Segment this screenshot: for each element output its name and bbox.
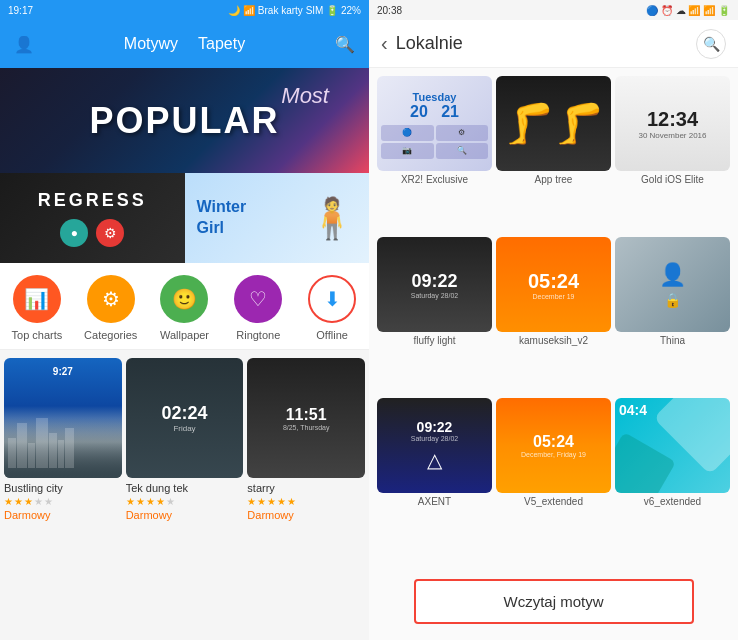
- banner-regress[interactable]: REGRESS ● ⚙: [0, 173, 185, 263]
- offline-label: Offline: [316, 329, 348, 341]
- apptree-name: App tree: [496, 174, 611, 185]
- tab-tapety[interactable]: Tapety: [198, 35, 245, 53]
- hero-banner: Most POPULAR: [0, 68, 369, 173]
- starry-price: Darmowy: [247, 509, 365, 521]
- tab-motywy[interactable]: Motywy: [124, 35, 178, 53]
- theme-item-axent[interactable]: 09:22 Saturday 28/02 △ AXENT: [377, 398, 492, 555]
- status-bar-right: 20:38 🔵 ⏰ ☁ 📶 📶 🔋: [369, 0, 738, 20]
- kamu-name: kamuseksih_v2: [496, 335, 611, 346]
- category-offline[interactable]: ⬇ Offline: [297, 275, 367, 341]
- time-left: 19:17: [8, 5, 33, 16]
- axent-name: AXENT: [377, 496, 492, 507]
- thumb-kamu-right: 05:24 December 19: [496, 237, 611, 332]
- wallpaper-icon: 🙂: [160, 275, 208, 323]
- thumb-tek: 02:24 Friday: [126, 358, 244, 478]
- top-charts-label: Top charts: [12, 329, 63, 341]
- thina-name: Thina: [615, 335, 730, 346]
- teal-icon: ●: [60, 219, 88, 247]
- tek-name: Tek dung tek: [126, 482, 244, 494]
- winter-text: WinterGirl: [197, 197, 247, 239]
- theme-item-v5[interactable]: 05:24 December, Friday 19 V5_extended: [496, 398, 611, 555]
- thumb-thina-right: 👤 🔒: [615, 237, 730, 332]
- city-stars: ★★★★★: [4, 496, 122, 507]
- status-bar-left: 19:17 🌙 📶 Brak karty SIM 🔋 22%: [0, 0, 369, 20]
- tek-price: Darmowy: [126, 509, 244, 521]
- right-nav: ‹ Lokalnie 🔍: [369, 20, 738, 68]
- load-button[interactable]: Wczytaj motyw: [414, 579, 694, 624]
- thumb-goldios-right: 12:34 30 November 2016: [615, 76, 730, 171]
- thumb-axent-right: 09:22 Saturday 28/02 △: [377, 398, 492, 493]
- city-price: Darmowy: [4, 509, 122, 521]
- fluffy-name: fluffy light: [377, 335, 492, 346]
- thumb-v6-right: 04:4: [615, 398, 730, 493]
- category-wallpaper[interactable]: 🙂 Wallpaper: [149, 275, 219, 341]
- theme-item-v6[interactable]: 04:4 v6_extended: [615, 398, 730, 555]
- theme-item-fluffy[interactable]: 09:22 Saturday 28/02 fluffy light: [377, 237, 492, 394]
- city-name: Bustling city: [4, 482, 122, 494]
- v5-name: V5_extended: [496, 496, 611, 507]
- banner-winter[interactable]: WinterGirl 🧍: [185, 173, 370, 263]
- wallpaper-label: Wallpaper: [160, 329, 209, 341]
- ringtone-label: Ringtone: [236, 329, 280, 341]
- search-icon-left[interactable]: 🔍: [335, 35, 355, 54]
- status-icons-right: 🔵 ⏰ ☁ 📶 📶 🔋: [646, 5, 730, 16]
- thumb-v5-right: 05:24 December, Friday 19: [496, 398, 611, 493]
- theme-card-city[interactable]: 9:27 Bustling city ★★★★★ D: [4, 358, 122, 636]
- category-categories[interactable]: ⚙ Categories: [76, 275, 146, 341]
- theme-grid-left: 9:27 Bustling city ★★★★★ D: [0, 350, 369, 640]
- tek-stars: ★★★★★: [126, 496, 244, 507]
- theme-card-tek[interactable]: 02:24 Friday Tek dung tek ★★★★★ Darmowy: [126, 358, 244, 636]
- theme-item-kamu[interactable]: 05:24 December 19 kamuseksih_v2: [496, 237, 611, 394]
- starry-name: starry: [247, 482, 365, 494]
- right-nav-title: Lokalnie: [396, 33, 688, 54]
- winter-figure: 🧍: [307, 195, 357, 242]
- mid-banners: REGRESS ● ⚙ WinterGirl 🧍: [0, 173, 369, 263]
- category-top-charts[interactable]: 📊 Top charts: [2, 275, 72, 341]
- offline-icon: ⬇: [308, 275, 356, 323]
- thumb-fluffy-right: 09:22 Saturday 28/02: [377, 237, 492, 332]
- categories-label: Categories: [84, 329, 137, 341]
- hero-text: POPULAR: [89, 100, 279, 142]
- top-nav-left: 👤 Motywy Tapety 🔍: [0, 20, 369, 68]
- theme-item-thina[interactable]: 👤 🔒 Thina: [615, 237, 730, 394]
- search-button-right[interactable]: 🔍: [696, 29, 726, 59]
- left-panel: 19:17 🌙 📶 Brak karty SIM 🔋 22% 👤 Motywy …: [0, 0, 369, 640]
- goldios-name: Gold iOS Elite: [615, 174, 730, 185]
- right-panel: 20:38 🔵 ⏰ ☁ 📶 📶 🔋 ‹ Lokalnie 🔍 Tuesday20…: [369, 0, 738, 640]
- red-icon: ⚙: [96, 219, 124, 247]
- regress-text: REGRESS: [38, 190, 147, 211]
- regress-icons: ● ⚙: [60, 219, 124, 247]
- status-icons-left: 🌙 📶 Brak karty SIM 🔋 22%: [228, 5, 361, 16]
- themes-grid-right: Tuesday20 21 🔵⚙ 📷🔍 XR2! Exclusive 🦵🦵 App…: [369, 68, 738, 563]
- thumb-starry: 11:51 8/25, Thursday: [247, 358, 365, 478]
- thumb-xr21-right: Tuesday20 21 🔵⚙ 📷🔍: [377, 76, 492, 171]
- thumb-apptree-right: 🦵🦵: [496, 76, 611, 171]
- categories-icon: ⚙: [87, 275, 135, 323]
- theme-item-goldios[interactable]: 12:34 30 November 2016 Gold iOS Elite: [615, 76, 730, 233]
- starry-stars: ★★★★★: [247, 496, 365, 507]
- ringtone-icon: ♡: [234, 275, 282, 323]
- theme-item-apptree[interactable]: 🦵🦵 App tree: [496, 76, 611, 233]
- back-button[interactable]: ‹: [381, 32, 388, 55]
- top-charts-icon: 📊: [13, 275, 61, 323]
- user-icon[interactable]: 👤: [14, 35, 34, 54]
- category-row: 📊 Top charts ⚙ Categories 🙂 Wallpaper ♡ …: [0, 263, 369, 350]
- thumb-city: 9:27: [4, 358, 122, 478]
- v6-name: v6_extended: [615, 496, 730, 507]
- category-ringtone[interactable]: ♡ Ringtone: [223, 275, 293, 341]
- theme-item-xr21[interactable]: Tuesday20 21 🔵⚙ 📷🔍 XR2! Exclusive: [377, 76, 492, 233]
- xr21-name: XR2! Exclusive: [377, 174, 492, 185]
- time-right: 20:38: [377, 5, 402, 16]
- load-button-container: Wczytaj motyw: [369, 563, 738, 640]
- hero-subtext: Most: [281, 83, 329, 109]
- theme-card-starry[interactable]: 11:51 8/25, Thursday starry ★★★★★ Darmow…: [247, 358, 365, 636]
